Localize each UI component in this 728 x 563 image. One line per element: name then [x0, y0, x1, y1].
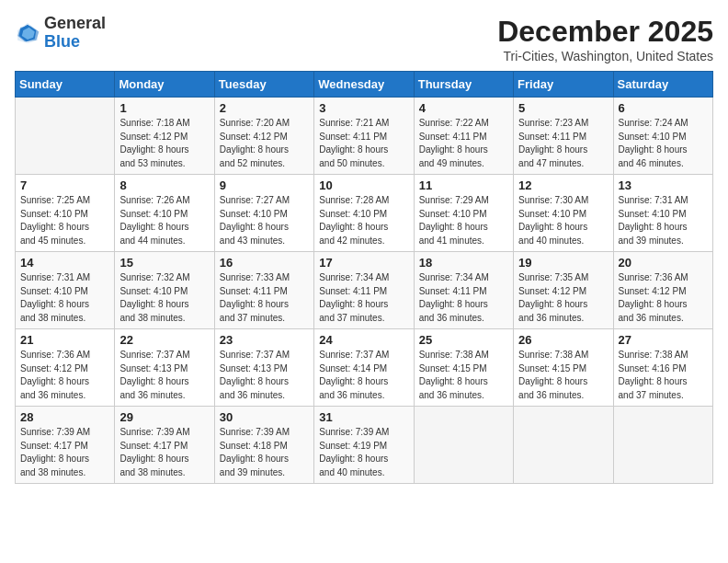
calendar-cell: 20Sunrise: 7:36 AM Sunset: 4:12 PM Dayli… — [613, 252, 712, 329]
calendar-cell: 31Sunrise: 7:39 AM Sunset: 4:19 PM Dayli… — [314, 407, 414, 484]
day-number: 22 — [119, 333, 209, 347]
calendar-week-1: 1Sunrise: 7:18 AM Sunset: 4:12 PM Daylig… — [16, 98, 713, 175]
calendar-cell — [514, 407, 613, 484]
calendar-cell — [414, 407, 513, 484]
calendar-cell: 12Sunrise: 7:30 AM Sunset: 4:10 PM Dayli… — [514, 175, 613, 252]
calendar-cell — [613, 407, 712, 484]
day-info: Sunrise: 7:38 AM Sunset: 4:16 PM Dayligh… — [619, 349, 708, 402]
main-title: December 2025 — [497, 15, 713, 49]
calendar-header-monday: Monday — [115, 72, 214, 98]
day-info: Sunrise: 7:26 AM Sunset: 4:10 PM Dayligh… — [119, 194, 209, 247]
calendar-header-saturday: Saturday — [613, 72, 712, 98]
day-info: Sunrise: 7:36 AM Sunset: 4:12 PM Dayligh… — [619, 271, 708, 325]
header: General Blue December 2025 Tri-Cities, W… — [15, 15, 713, 63]
day-number: 17 — [319, 256, 408, 270]
day-number: 8 — [119, 178, 209, 192]
day-number: 13 — [619, 178, 708, 192]
calendar-cell: 6Sunrise: 7:24 AM Sunset: 4:10 PM Daylig… — [613, 98, 712, 175]
calendar-cell: 21Sunrise: 7:36 AM Sunset: 4:12 PM Dayli… — [16, 329, 115, 407]
day-number: 3 — [319, 101, 408, 115]
day-info: Sunrise: 7:39 AM Sunset: 4:18 PM Dayligh… — [220, 426, 309, 479]
day-info: Sunrise: 7:24 AM Sunset: 4:10 PM Dayligh… — [619, 117, 708, 170]
day-info: Sunrise: 7:34 AM Sunset: 4:11 PM Dayligh… — [419, 271, 508, 325]
day-number: 12 — [518, 178, 608, 192]
calendar-header-sunday: Sunday — [16, 72, 115, 98]
day-info: Sunrise: 7:39 AM Sunset: 4:17 PM Dayligh… — [119, 426, 209, 479]
calendar-cell: 2Sunrise: 7:20 AM Sunset: 4:12 PM Daylig… — [214, 98, 313, 175]
day-info: Sunrise: 7:18 AM Sunset: 4:12 PM Dayligh… — [119, 117, 209, 170]
logo-blue-text: Blue — [44, 32, 80, 51]
calendar-cell: 14Sunrise: 7:31 AM Sunset: 4:10 PM Dayli… — [16, 252, 115, 329]
day-number: 18 — [419, 256, 508, 270]
day-info: Sunrise: 7:31 AM Sunset: 4:10 PM Dayligh… — [20, 271, 109, 325]
day-info: Sunrise: 7:36 AM Sunset: 4:12 PM Dayligh… — [20, 349, 109, 402]
calendar-cell: 22Sunrise: 7:37 AM Sunset: 4:13 PM Dayli… — [115, 329, 214, 407]
day-info: Sunrise: 7:39 AM Sunset: 4:19 PM Dayligh… — [319, 426, 408, 479]
day-number: 28 — [20, 410, 109, 424]
calendar-cell — [16, 98, 115, 175]
day-number: 16 — [220, 256, 309, 270]
day-info: Sunrise: 7:39 AM Sunset: 4:17 PM Dayligh… — [20, 426, 109, 479]
calendar-cell: 9Sunrise: 7:27 AM Sunset: 4:10 PM Daylig… — [214, 175, 313, 252]
calendar-cell: 8Sunrise: 7:26 AM Sunset: 4:10 PM Daylig… — [115, 175, 214, 252]
calendar-week-3: 14Sunrise: 7:31 AM Sunset: 4:10 PM Dayli… — [16, 252, 713, 329]
calendar-cell: 30Sunrise: 7:39 AM Sunset: 4:18 PM Dayli… — [214, 407, 313, 484]
day-info: Sunrise: 7:27 AM Sunset: 4:10 PM Dayligh… — [220, 194, 309, 247]
day-info: Sunrise: 7:21 AM Sunset: 4:11 PM Dayligh… — [319, 117, 408, 170]
day-info: Sunrise: 7:34 AM Sunset: 4:11 PM Dayligh… — [319, 271, 408, 325]
calendar-cell: 19Sunrise: 7:35 AM Sunset: 4:12 PM Dayli… — [514, 252, 613, 329]
calendar-cell: 23Sunrise: 7:37 AM Sunset: 4:13 PM Dayli… — [214, 329, 313, 407]
day-info: Sunrise: 7:30 AM Sunset: 4:10 PM Dayligh… — [518, 194, 608, 247]
calendar-cell: 10Sunrise: 7:28 AM Sunset: 4:10 PM Dayli… — [314, 175, 414, 252]
day-info: Sunrise: 7:25 AM Sunset: 4:10 PM Dayligh… — [20, 194, 109, 247]
calendar-header-row: SundayMondayTuesdayWednesdayThursdayFrid… — [16, 72, 713, 98]
logo-text: General Blue — [44, 15, 106, 52]
calendar-cell: 26Sunrise: 7:38 AM Sunset: 4:15 PM Dayli… — [514, 329, 613, 407]
calendar-week-2: 7Sunrise: 7:25 AM Sunset: 4:10 PM Daylig… — [16, 175, 713, 252]
day-number: 9 — [220, 178, 309, 192]
calendar-header-tuesday: Tuesday — [214, 72, 313, 98]
day-number: 5 — [518, 101, 608, 115]
calendar-cell: 13Sunrise: 7:31 AM Sunset: 4:10 PM Dayli… — [613, 175, 712, 252]
day-number: 24 — [319, 333, 408, 347]
logo: General Blue — [15, 15, 106, 52]
calendar-cell: 18Sunrise: 7:34 AM Sunset: 4:11 PM Dayli… — [414, 252, 513, 329]
calendar-cell: 3Sunrise: 7:21 AM Sunset: 4:11 PM Daylig… — [314, 98, 414, 175]
calendar-cell: 16Sunrise: 7:33 AM Sunset: 4:11 PM Dayli… — [214, 252, 313, 329]
day-number: 25 — [419, 333, 508, 347]
calendar-cell: 7Sunrise: 7:25 AM Sunset: 4:10 PM Daylig… — [16, 175, 115, 252]
day-number: 19 — [518, 256, 608, 270]
calendar-cell: 11Sunrise: 7:29 AM Sunset: 4:10 PM Dayli… — [414, 175, 513, 252]
day-number: 7 — [20, 178, 109, 192]
calendar-week-5: 28Sunrise: 7:39 AM Sunset: 4:17 PM Dayli… — [16, 407, 713, 484]
calendar-cell: 4Sunrise: 7:22 AM Sunset: 4:11 PM Daylig… — [414, 98, 513, 175]
calendar-cell: 27Sunrise: 7:38 AM Sunset: 4:16 PM Dayli… — [613, 329, 712, 407]
day-info: Sunrise: 7:37 AM Sunset: 4:13 PM Dayligh… — [119, 349, 209, 402]
calendar-week-4: 21Sunrise: 7:36 AM Sunset: 4:12 PM Dayli… — [16, 329, 713, 407]
day-number: 6 — [619, 101, 708, 115]
day-number: 27 — [619, 333, 708, 347]
day-number: 29 — [119, 410, 209, 424]
day-info: Sunrise: 7:37 AM Sunset: 4:14 PM Dayligh… — [319, 349, 408, 402]
day-number: 21 — [20, 333, 109, 347]
day-info: Sunrise: 7:28 AM Sunset: 4:10 PM Dayligh… — [319, 194, 408, 247]
day-number: 11 — [419, 178, 508, 192]
day-number: 15 — [119, 256, 209, 270]
logo-icon — [15, 20, 40, 46]
day-number: 26 — [518, 333, 608, 347]
calendar-header-friday: Friday — [514, 72, 613, 98]
day-info: Sunrise: 7:32 AM Sunset: 4:10 PM Dayligh… — [119, 271, 209, 325]
calendar-header-thursday: Thursday — [414, 72, 513, 98]
day-info: Sunrise: 7:20 AM Sunset: 4:12 PM Dayligh… — [220, 117, 309, 170]
calendar-cell: 1Sunrise: 7:18 AM Sunset: 4:12 PM Daylig… — [115, 98, 214, 175]
day-number: 20 — [619, 256, 708, 270]
calendar-cell: 29Sunrise: 7:39 AM Sunset: 4:17 PM Dayli… — [115, 407, 214, 484]
day-info: Sunrise: 7:38 AM Sunset: 4:15 PM Dayligh… — [419, 349, 508, 402]
calendar-cell: 5Sunrise: 7:23 AM Sunset: 4:11 PM Daylig… — [514, 98, 613, 175]
calendar-cell: 17Sunrise: 7:34 AM Sunset: 4:11 PM Dayli… — [314, 252, 414, 329]
logo-general-text: General — [44, 14, 106, 32]
calendar-cell: 24Sunrise: 7:37 AM Sunset: 4:14 PM Dayli… — [314, 329, 414, 407]
day-info: Sunrise: 7:38 AM Sunset: 4:15 PM Dayligh… — [518, 349, 608, 402]
day-info: Sunrise: 7:33 AM Sunset: 4:11 PM Dayligh… — [220, 271, 309, 325]
calendar-cell: 25Sunrise: 7:38 AM Sunset: 4:15 PM Dayli… — [414, 329, 513, 407]
